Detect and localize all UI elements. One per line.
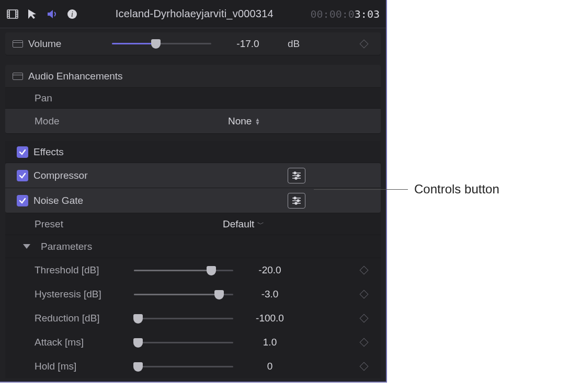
param-slider[interactable] — [134, 289, 233, 299]
section-icon — [13, 40, 23, 48]
param-value[interactable]: 0 — [238, 361, 301, 372]
param-keyframe[interactable] — [355, 315, 373, 321]
param-label: Reduction [dB] — [35, 313, 129, 324]
pan-label: Pan — [35, 93, 52, 104]
param-slider[interactable] — [134, 361, 233, 372]
param-label: Hysteresis [dB] — [35, 289, 129, 300]
volume-unit: dB — [288, 38, 300, 50]
effects-label: Effects — [33, 146, 64, 158]
volume-row: Volume -17.0 dB — [5, 32, 381, 55]
param-row: Hold [ms] 0 — [5, 354, 381, 378]
noise-gate-controls-button[interactable] — [288, 193, 305, 209]
param-keyframe[interactable] — [355, 363, 373, 370]
mode-select[interactable]: None ▲▼ — [228, 116, 260, 127]
param-label: Attack [ms] — [35, 337, 129, 348]
preset-select[interactable]: Default﹀ — [223, 218, 264, 230]
volume-label: Volume — [28, 38, 107, 50]
compressor-label: Compressor — [33, 170, 87, 181]
cursor-tab-icon[interactable] — [26, 8, 39, 20]
svg-text:i: i — [71, 10, 73, 18]
svg-point-14 — [297, 175, 299, 177]
noise-gate-label: Noise Gate — [33, 195, 83, 206]
effects-row: Effects — [5, 141, 381, 163]
svg-point-22 — [295, 202, 297, 204]
param-label: Hold [ms] — [35, 361, 129, 372]
parameters-label: Parameters — [41, 241, 92, 252]
section-icon — [13, 73, 23, 80]
param-keyframe[interactable] — [355, 267, 373, 273]
audio-tab-icon[interactable] — [46, 8, 59, 20]
param-slider[interactable] — [134, 313, 233, 324]
param-value[interactable]: 1.0 — [238, 337, 301, 348]
parameters-row[interactable]: Parameters — [5, 235, 381, 258]
video-tab-icon[interactable] — [6, 8, 19, 20]
annotation-label: Controls button — [414, 182, 499, 197]
preset-label: Preset — [35, 218, 218, 230]
param-row: Hysteresis [dB] -3.0 — [5, 282, 381, 306]
info-tab-icon[interactable]: i — [66, 8, 78, 20]
audio-enhancements-row[interactable]: Audio Enhancements — [5, 65, 381, 88]
param-value[interactable]: -100.0 — [238, 313, 301, 324]
preset-row: Preset Default﹀ — [5, 213, 381, 235]
svg-point-18 — [294, 197, 296, 199]
inspector-header: i Iceland-Dyrholaeyjarviti_v000314 00:00… — [0, 0, 386, 28]
mode-row: Mode None ▲▼ — [5, 109, 381, 134]
param-row: Threshold [dB] -20.0 — [5, 258, 381, 282]
disclosure-triangle-icon[interactable] — [23, 244, 30, 249]
param-keyframe[interactable] — [355, 339, 373, 345]
param-value[interactable]: -20.0 — [238, 264, 301, 276]
param-value[interactable]: -3.0 — [238, 289, 301, 300]
mode-label: Mode — [35, 116, 223, 127]
svg-point-12 — [294, 172, 296, 174]
clip-duration: 00:00:03:03 — [311, 8, 380, 20]
volume-slider[interactable] — [112, 39, 211, 49]
param-keyframe[interactable] — [355, 291, 373, 297]
param-row: Attack [ms] 1.0 — [5, 330, 381, 354]
pan-row[interactable]: Pan — [5, 88, 381, 109]
param-slider[interactable] — [134, 337, 233, 348]
param-slider[interactable] — [134, 265, 233, 275]
svg-point-16 — [295, 177, 297, 179]
annotation-callout: Controls button — [314, 182, 499, 197]
clip-title: Iceland-Dyrholaeyjarviti_v000314 — [78, 8, 311, 20]
volume-keyframe[interactable] — [355, 41, 373, 47]
volume-value[interactable]: -17.0 — [217, 38, 279, 50]
svg-point-20 — [297, 200, 299, 202]
noise-gate-checkbox[interactable] — [17, 195, 28, 206]
compressor-controls-button[interactable] — [288, 168, 305, 183]
audio-enhancements-label: Audio Enhancements — [28, 71, 123, 82]
param-row: Reduction [dB] -100.0 — [5, 306, 381, 330]
effects-checkbox[interactable] — [17, 146, 28, 158]
compressor-checkbox[interactable] — [17, 170, 28, 181]
param-label: Threshold [dB] — [35, 264, 129, 276]
